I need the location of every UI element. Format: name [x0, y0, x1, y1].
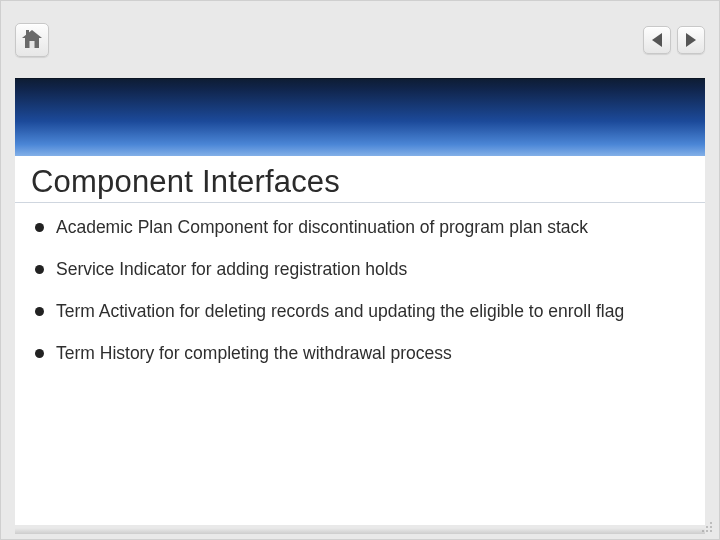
title-wrap: Component Interfaces	[15, 156, 705, 203]
arrow-right-icon	[686, 33, 696, 47]
bullet-icon	[35, 265, 44, 274]
prev-button[interactable]	[643, 26, 671, 54]
bullet-icon	[35, 349, 44, 358]
toolbar-right	[643, 26, 705, 54]
bullet-text: Service Indicator for adding registratio…	[56, 259, 407, 281]
list-item: Academic Plan Component for discontinuat…	[35, 217, 685, 239]
banner	[15, 78, 705, 156]
bullet-text: Term History for completing the withdraw…	[56, 343, 452, 365]
arrow-left-icon	[652, 33, 662, 47]
bullet-text: Term Activation for deleting records and…	[56, 301, 624, 323]
list-item: Service Indicator for adding registratio…	[35, 259, 685, 281]
resize-grip-icon	[700, 520, 712, 532]
home-button[interactable]	[15, 23, 49, 57]
slide-stage: Component Interfaces Academic Plan Compo…	[0, 0, 720, 540]
list-item: Term Activation for deleting records and…	[35, 301, 685, 323]
home-icon	[30, 41, 35, 48]
slide-title: Component Interfaces	[31, 164, 689, 200]
bullet-text: Academic Plan Component for discontinuat…	[56, 217, 588, 239]
bullet-icon	[35, 223, 44, 232]
bullet-list: Academic Plan Component for discontinuat…	[15, 203, 705, 365]
bottom-shadow	[15, 528, 705, 534]
slide-body: Component Interfaces Academic Plan Compo…	[15, 156, 705, 525]
toolbar	[15, 10, 705, 70]
list-item: Term History for completing the withdraw…	[35, 343, 685, 365]
toolbar-left	[15, 23, 49, 57]
bullet-icon	[35, 307, 44, 316]
next-button[interactable]	[677, 26, 705, 54]
